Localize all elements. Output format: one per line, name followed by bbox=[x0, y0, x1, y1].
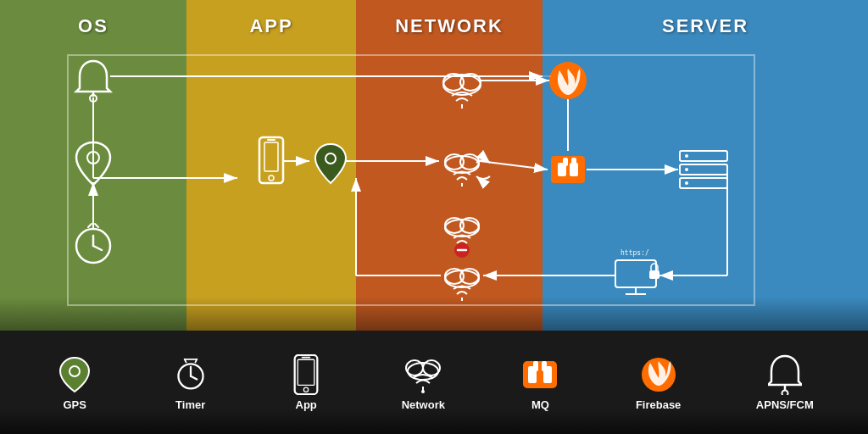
column-os: OS bbox=[0, 0, 186, 331]
network-icon bbox=[403, 354, 443, 395]
gps-label: GPS bbox=[64, 398, 86, 411]
svg-point-76 bbox=[304, 387, 309, 392]
gps-icon bbox=[54, 354, 95, 395]
col-network-header: NETWORK bbox=[395, 0, 504, 37]
legend-gps: GPS bbox=[54, 354, 95, 411]
timer-label: Timer bbox=[175, 398, 205, 411]
column-app: APP bbox=[186, 0, 356, 331]
svg-rect-87 bbox=[542, 361, 547, 371]
svg-line-70 bbox=[191, 376, 197, 379]
diagram-area: OS APP NETWORK SERVER bbox=[0, 0, 868, 331]
col-network-content bbox=[356, 37, 542, 331]
col-os-content bbox=[0, 37, 186, 331]
apns-label: APNS/FCM bbox=[756, 398, 814, 411]
legend-mq: MQ bbox=[520, 354, 560, 411]
legend-timer: Timer bbox=[170, 354, 211, 411]
legend-network: Network bbox=[402, 354, 445, 411]
firebase-icon bbox=[638, 354, 679, 395]
col-server-header: SERVER bbox=[662, 0, 748, 37]
firebase-label: Firebase bbox=[636, 398, 681, 411]
legend-firebase: Firebase bbox=[636, 354, 681, 411]
main-container: OS APP NETWORK SERVER bbox=[0, 0, 868, 434]
svg-point-82 bbox=[421, 390, 425, 393]
mq-icon bbox=[520, 354, 560, 395]
app-icon bbox=[286, 354, 326, 395]
apns-icon bbox=[765, 354, 805, 395]
legend-bar: GPS Timer bbox=[0, 331, 868, 434]
legend-reflection bbox=[0, 409, 868, 434]
col-server-content bbox=[542, 37, 868, 331]
legend-app: App bbox=[286, 354, 326, 411]
mq-label: MQ bbox=[531, 398, 549, 411]
svg-rect-86 bbox=[533, 361, 538, 371]
legend-apns: APNS/FCM bbox=[756, 354, 814, 411]
network-label: Network bbox=[402, 398, 445, 411]
svg-point-90 bbox=[782, 390, 787, 395]
col-app-content bbox=[186, 37, 356, 331]
column-server: SERVER bbox=[542, 0, 868, 331]
col-os-header: OS bbox=[78, 0, 108, 37]
app-label: App bbox=[296, 398, 317, 411]
column-network: NETWORK bbox=[356, 0, 542, 331]
col-app-header: APP bbox=[249, 0, 292, 37]
svg-rect-75 bbox=[298, 359, 314, 385]
timer-icon bbox=[170, 354, 211, 395]
